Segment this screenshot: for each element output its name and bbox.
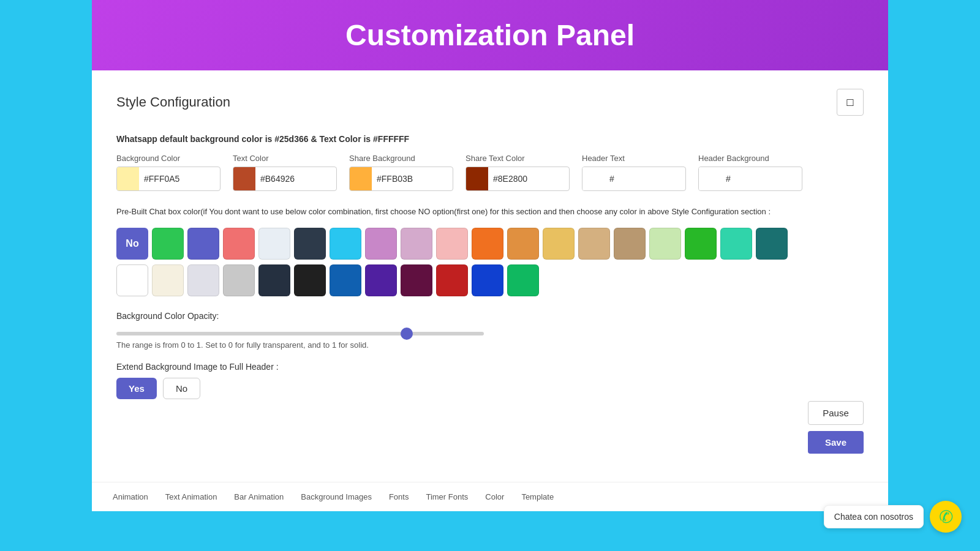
swatch-btn-row1-15[interactable]: [649, 228, 681, 260]
swatch-btn-row1-11[interactable]: [507, 228, 539, 260]
swatch-btn-row1-16[interactable]: [685, 228, 717, 260]
color-field-group-4: Header Text: [582, 154, 686, 191]
no-button[interactable]: No: [163, 378, 200, 399]
page-title: Customization Panel: [110, 18, 870, 52]
bottom-nav-item-color[interactable]: Color: [477, 489, 513, 505]
whatsapp-icon: ✆: [939, 507, 953, 527]
bottom-nav-item-fonts[interactable]: Fonts: [380, 489, 418, 505]
color-swatch-0[interactable]: [117, 167, 139, 190]
color-input-wrapper-2: [349, 167, 453, 191]
color-field-label-1: Text Color: [233, 154, 337, 163]
swatch-btn-row1-8[interactable]: [401, 228, 432, 260]
swatches-row-2: [116, 264, 864, 296]
extend-label: Extend Background Image to Full Header :: [116, 362, 864, 372]
color-text-input-1[interactable]: [255, 170, 336, 187]
swatch-btn-row2-8[interactable]: [401, 264, 432, 296]
color-swatch-3[interactable]: [466, 167, 488, 190]
swatch-btn-row2-0[interactable]: [116, 264, 148, 296]
color-input-wrapper-0: [116, 167, 221, 191]
color-field-label-3: Share Text Color: [466, 154, 570, 163]
swatch-btn-row1-12[interactable]: [543, 228, 575, 260]
bottom-nav-item-timer-fonts[interactable]: Timer Fonts: [417, 489, 477, 505]
swatch-btn-row1-2[interactable]: [187, 228, 219, 260]
color-text-input-0[interactable]: [139, 170, 220, 187]
swatch-btn-row2-5[interactable]: [294, 264, 326, 296]
color-input-wrapper-4: [582, 167, 686, 191]
bottom-nav-item-background-images[interactable]: Background Images: [292, 489, 380, 505]
color-input-wrapper-1: [233, 167, 337, 191]
swatches-row-1: No: [116, 228, 864, 260]
extend-section: Extend Background Image to Full Header :…: [116, 362, 864, 399]
color-input-wrapper-5: [698, 167, 802, 191]
color-text-input-4[interactable]: [605, 170, 685, 187]
swatch-btn-row2-2[interactable]: [187, 264, 219, 296]
opacity-section: Background Color Opacity: The range is f…: [116, 311, 864, 350]
bottom-nav-item-animation[interactable]: Animation: [104, 489, 157, 505]
opacity-hint: The range is from 0 to 1. Set to 0 for f…: [116, 340, 864, 350]
swatch-btn-row1-3[interactable]: [223, 228, 255, 260]
swatch-btn-row1-17[interactable]: [720, 228, 752, 260]
swatch-btn-row1-13[interactable]: [578, 228, 610, 260]
color-field-label-0: Background Color: [116, 154, 221, 163]
color-field-group-2: Share Background: [349, 154, 453, 191]
swatch-btn-row1-14[interactable]: [614, 228, 646, 260]
panel-title: Style Configuration: [116, 94, 230, 110]
chat-widget: Chatea con nosotros ✆: [824, 501, 962, 533]
swatch-btn-row1-4[interactable]: [258, 228, 290, 260]
bottom-nav-item-text-animation[interactable]: Text Animation: [157, 489, 226, 505]
color-field-group-3: Share Text Color: [466, 154, 570, 191]
swatch-btn-row2-7[interactable]: [365, 264, 397, 296]
color-field-group-0: Background Color: [116, 154, 221, 191]
swatch-btn-row2-10[interactable]: [472, 264, 503, 296]
panel-header: Style Configuration □: [116, 89, 864, 116]
swatch-btn-row2-3[interactable]: [223, 264, 255, 296]
color-text-input-3[interactable]: [488, 170, 569, 187]
color-swatch-5[interactable]: [699, 167, 721, 190]
color-swatch-2[interactable]: [350, 167, 372, 190]
opacity-slider[interactable]: [116, 332, 484, 335]
color-input-wrapper-3: [466, 167, 570, 191]
yes-no-row: Yes No: [116, 378, 864, 399]
swatch-btn-row2-9[interactable]: [436, 264, 468, 296]
chat-icon-button[interactable]: ✆: [930, 501, 962, 533]
device-icon: □: [847, 96, 854, 109]
swatch-btn-row2-4[interactable]: [258, 264, 290, 296]
color-field-label-5: Header Background: [698, 154, 802, 163]
swatch-btn-row1-6[interactable]: [330, 228, 361, 260]
info-text: Whatsapp default background color is #25…: [116, 134, 864, 144]
color-field-group-1: Text Color: [233, 154, 337, 191]
yes-button[interactable]: Yes: [116, 378, 157, 399]
opacity-label: Background Color Opacity:: [116, 311, 864, 321]
bottom-nav-item-bar-animation[interactable]: Bar Animation: [225, 489, 292, 505]
header-banner: Customization Panel: [92, 0, 888, 70]
swatch-btn-row1-9[interactable]: [436, 228, 468, 260]
color-swatch-1[interactable]: [233, 167, 255, 190]
main-panel: Style Configuration □ Whatsapp default b…: [92, 70, 888, 511]
color-text-input-2[interactable]: [372, 170, 453, 187]
color-field-group-5: Header Background: [698, 154, 802, 191]
prebuilt-desc: Pre-Built Chat box color(if You dont wan…: [116, 206, 790, 218]
right-sidebar-buttons: Pause Save: [808, 401, 864, 454]
chat-tooltip: Chatea con nosotros: [824, 505, 924, 528]
color-field-label-2: Share Background: [349, 154, 453, 163]
bottom-nav-item-template[interactable]: Template: [513, 489, 562, 505]
swatch-btn-row1-1[interactable]: [152, 228, 184, 260]
color-text-input-5[interactable]: [721, 170, 802, 187]
swatch-btn-row1-7[interactable]: [365, 228, 397, 260]
swatch-btn-row2-1[interactable]: [152, 264, 184, 296]
swatch-btn-row1-5[interactable]: [294, 228, 326, 260]
device-icon-button[interactable]: □: [837, 89, 864, 116]
bottom-nav: AnimationText AnimationBar AnimationBack…: [92, 482, 888, 511]
swatch-no-button[interactable]: No: [116, 228, 148, 260]
color-fields-row: Background ColorText ColorShare Backgrou…: [116, 154, 864, 191]
swatch-btn-row2-6[interactable]: [330, 264, 361, 296]
color-swatch-4[interactable]: [582, 167, 605, 190]
swatch-btn-row2-11[interactable]: [507, 264, 539, 296]
swatch-btn-row1-18[interactable]: [756, 228, 788, 260]
pause-button[interactable]: Pause: [808, 401, 864, 425]
save-button[interactable]: Save: [808, 431, 864, 454]
color-swatches-grid: No: [116, 228, 864, 296]
color-field-label-4: Header Text: [582, 154, 686, 163]
swatch-btn-row1-10[interactable]: [472, 228, 503, 260]
